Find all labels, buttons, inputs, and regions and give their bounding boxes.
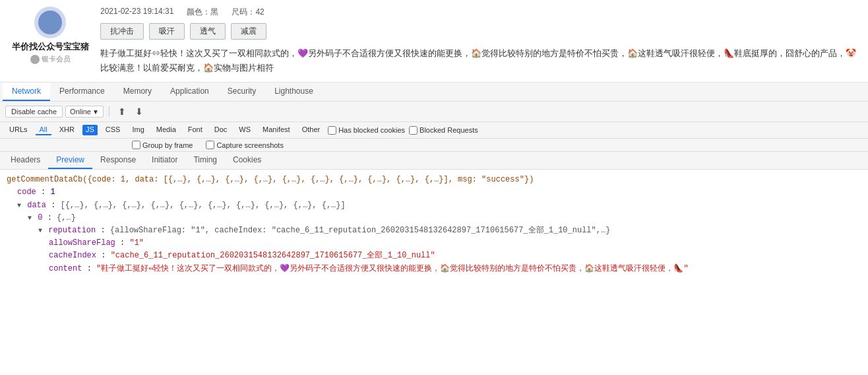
has-blocked-cookies-checkbox[interactable] [328,126,336,135]
code-line-8: content : "鞋子做工挺好⇔轻快！这次又买了一双相同款式的，💜另外码子不… [7,263,861,275]
capture-screenshots-text: Capture screenshots [216,141,284,149]
triangle-0[interactable]: ▼ [28,213,32,224]
triangle-reputation[interactable]: ▼ [38,226,42,236]
preview-area: getCommentDataCb({code: 1, data: [{,…}, … [0,170,868,275]
code-colon-2: : [51,201,60,210]
filter-ws[interactable]: WS [235,125,255,135]
avatar [34,7,66,38]
capture-screenshots-checkbox[interactable] [206,141,214,149]
code-0-expand: {,…} [57,213,76,222]
code-data-expand: [{,…}, {,…}, {,…}, {,…}, {,…}, {,…}, {,…… [61,201,346,210]
filter-js[interactable]: JS [82,125,98,135]
sub-tab-headers[interactable]: Headers [3,152,48,169]
blocked-requests-checkbox[interactable] [409,126,418,135]
devtools-tabs: Network Performance Memory Application S… [0,83,868,102]
code-line-5: ▼ reputation : {allowShareFlag: "1", cac… [7,224,861,237]
code-colon-6: : [101,251,110,260]
code-colon-1: : [41,188,50,197]
filter-css[interactable]: CSS [102,125,125,135]
filter-other[interactable]: Other [298,125,325,135]
sub-tabs: Headers Preview Response Initiator Timin… [0,152,868,170]
product-date: 2021-02-23 19:14:31 [100,7,173,18]
filter-xhr[interactable]: XHR [55,125,78,135]
sub-tab-timing[interactable]: Timing [185,152,225,169]
code-line-4: ▼ 0 : {,…} [7,212,861,224]
code-value-code: 1 [50,188,55,197]
filter-doc[interactable]: Doc [210,125,232,135]
divider [109,106,109,117]
has-blocked-cookies-label[interactable]: Has blocked cookies [328,126,405,135]
code-value-cacheIndex: "cache_6_11_reputation_26020315481326428… [111,251,435,260]
filter-media[interactable]: Media [152,125,180,135]
sub-tab-cookies[interactable]: Cookies [225,152,269,169]
product-size: 尺码：42 [232,7,264,18]
code-callback: getCommentDataCb({code: 1, data: [{,…}, … [7,175,534,184]
online-label: Online [70,108,91,116]
member-badge: 银卡会员 [30,54,71,64]
product-tags: 抗冲击 吸汗 透气 减震 [100,23,857,40]
sub-tab-preview[interactable]: Preview [48,152,92,169]
options-row: Group by frame Capture screenshots [0,139,868,152]
code-colon-3: : [47,213,57,222]
product-meta: 2021-02-23 19:14:31 颜色：黑 尺码：42 [100,7,857,18]
product-color: 颜色：黑 [187,7,218,18]
code-line-3: ▼ data : [{,…}, {,…}, {,…}, {,…}, {,…}, … [7,199,861,212]
online-select[interactable]: Online ▼ [65,106,104,118]
code-key-reputation: reputation [48,226,96,235]
tab-application[interactable]: Application [161,83,218,101]
capture-screenshots-label[interactable]: Capture screenshots [206,141,284,149]
sub-tab-initiator[interactable]: Initiator [144,152,185,169]
code-key-0: 0 [38,213,42,222]
top-content-area: 半价找公众号宝宝猪 银卡会员 2021-02-23 19:14:31 颜色：黑 … [0,0,868,83]
tab-security[interactable]: Security [218,83,265,101]
member-level: 银卡会员 [42,54,71,64]
code-colon-5: : [120,238,129,248]
code-line-1: getCommentDataCb({code: 1, data: [{,…}, … [7,174,861,186]
code-colon-4: : [100,226,109,235]
avatar-image [38,11,62,34]
code-key-data: data [27,201,46,210]
code-key-cacheIndex: cacheIndex [49,251,96,260]
tag-anti-shock[interactable]: 抗冲击 [100,23,144,40]
tag-breathable[interactable]: 透气 [190,23,226,40]
tab-lighthouse[interactable]: Lighthouse [265,83,323,101]
toolbar: Disable cache Online ▼ ⬆ ⬇ [0,102,868,122]
filter-all[interactable]: All [36,125,51,135]
tab-performance[interactable]: Performance [50,83,114,101]
group-by-frame-checkbox[interactable] [132,141,140,149]
blocked-requests-label[interactable]: Blocked Requests [409,126,478,135]
code-colon-7: : [87,264,96,273]
blocked-requests-text: Blocked Requests [419,126,478,134]
chevron-down-icon: ▼ [92,108,99,116]
group-by-frame-label[interactable]: Group by frame [132,141,193,149]
disable-cache-button[interactable]: Disable cache [5,106,63,118]
has-blocked-cookies-text: Has blocked cookies [338,126,405,134]
user-info: 半价找公众号宝宝猪 银卡会员 [11,7,90,64]
triangle-data[interactable]: ▼ [17,201,21,211]
upload-button[interactable]: ⬆ [115,104,129,119]
filter-font[interactable]: Font [184,125,206,135]
username: 半价找公众号宝宝猪 [12,41,89,53]
review-text: 鞋子做工挺好⇔轻快！这次又买了一双相同款式的，💜另外码子不合适很方便又很快速的能… [100,46,857,75]
code-reputation-expand: {allowShareFlag: "1", cacheIndex: "cache… [110,226,611,235]
code-value-content: "鞋子做工挺好⇔轻快！这次又买了一双相同款式的，💜另外码子不合适很方便又很快速的… [96,264,689,273]
code-key-allowShareFlag: allowShareFlag [49,238,115,248]
code-line-2: code : 1 [7,186,861,199]
code-line-6: allowShareFlag : "1" [7,237,861,250]
code-value-allowShareFlag: "1" [129,238,144,248]
code-line-7: cacheIndex : "cache_6_11_reputation_2602… [7,250,861,262]
filter-manifest[interactable]: Manifest [259,125,294,135]
filter-row: URLs All XHR JS CSS Img Media Font Doc W… [0,122,868,139]
tag-sweat[interactable]: 吸汗 [149,23,185,40]
filter-img[interactable]: Img [128,125,148,135]
tab-memory[interactable]: Memory [114,83,161,101]
tab-network[interactable]: Network [3,83,50,101]
code-key-content: content [49,264,82,273]
code-key-code: code [17,188,36,197]
download-button[interactable]: ⬇ [132,104,146,119]
filter-urls[interactable]: URLs [5,125,32,135]
product-info: 2021-02-23 19:14:31 颜色：黑 尺码：42 抗冲击 吸汗 透气… [100,7,857,75]
tag-shock-absorb[interactable]: 减震 [231,23,266,40]
group-by-frame-text: Group by frame [142,141,193,149]
sub-tab-response[interactable]: Response [92,152,144,169]
